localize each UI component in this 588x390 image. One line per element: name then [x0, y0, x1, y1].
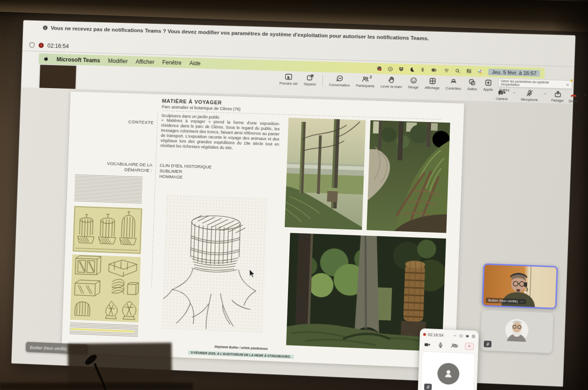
disc-icon[interactable]: [388, 66, 394, 72]
quit-chevron-icon[interactable]: [583, 93, 588, 97]
mini-leave-button[interactable]: [465, 342, 474, 350]
camera-button[interactable]: Caméra: [496, 89, 508, 100]
dropbox-icon[interactable]: [398, 66, 404, 72]
mic-off-icon: [526, 89, 533, 97]
camera-icon[interactable]: [424, 341, 430, 348]
controls-icon: [450, 78, 458, 86]
mini-window-header: 02:16:54: [423, 331, 475, 340]
menu-modifier[interactable]: Modifier: [108, 57, 128, 64]
grid-window-icon[interactable]: [472, 334, 476, 338]
microphone-button[interactable]: Microphone: [521, 89, 538, 102]
self-muted-badge: [424, 384, 432, 390]
separate-button[interactable]: Séparer: [304, 73, 317, 86]
share-label: Partager: [551, 99, 564, 102]
mic-icon[interactable]: [437, 342, 444, 348]
mouse-cursor: [249, 269, 255, 279]
mini-window-controls: 2: [423, 339, 475, 351]
take-control-button[interactable]: Prendre ctrl: [279, 73, 298, 86]
conversation-label: Conversation: [329, 83, 350, 87]
close-icon[interactable]: [565, 83, 570, 87]
wifi-icon[interactable]: [444, 68, 450, 73]
participant-muted-badge: [484, 340, 492, 347]
camera-chevron-icon[interactable]: [512, 91, 516, 95]
raise-hand-label: Lever la main: [380, 84, 402, 89]
footer-event: 5 FÉVRIER 2026, À L'AUDITORIUM DE LA HEA…: [188, 351, 294, 359]
raise-hand-button[interactable]: Lever la main: [380, 76, 402, 89]
record-dot-icon: [423, 333, 426, 335]
mini-call-window[interactable]: 02:16:54 2: [416, 328, 479, 390]
apps-button[interactable]: Applis: [483, 79, 493, 92]
take-control-icon: [285, 73, 293, 81]
quit-button[interactable]: Quitter: [569, 91, 579, 103]
do-not-disturb-icon[interactable]: [409, 67, 415, 72]
control-center-icon[interactable]: [466, 68, 472, 74]
menubar-app-name[interactable]: Microsoft Teams: [57, 56, 100, 64]
window-icon[interactable]: [459, 334, 464, 337]
pop-out-icon: [306, 73, 314, 81]
screen-recording-icon[interactable]: [376, 66, 383, 72]
browser-icon[interactable]: [477, 68, 483, 74]
camera-off-icon: [498, 89, 506, 96]
shield-icon: [29, 42, 35, 49]
mic-off-icon: [486, 342, 490, 346]
react-label: Réagir: [408, 85, 418, 89]
presenter-name: Buttier (Non vérifié): [30, 345, 68, 351]
participant-video-tile[interactable]: [480, 310, 553, 353]
vocab-item-3: HOMMAGE: [159, 173, 211, 181]
os-banner-text: Gérer les paramètres du système d'exploi…: [501, 79, 564, 88]
menubar-clock[interactable]: Jeu. 5 févr. à 16:57: [488, 68, 540, 77]
forest-photo-path-roots: [367, 120, 450, 233]
record-dot-icon: [39, 43, 44, 48]
conversation-button[interactable]: Conversation: [329, 74, 350, 88]
engraving-transport-cases: [70, 255, 141, 323]
leave-icon: [468, 344, 472, 348]
react-button[interactable]: Réagir: [408, 77, 419, 89]
bluetooth-icon[interactable]: [420, 67, 425, 73]
spotlight-search-icon[interactable]: [455, 68, 461, 74]
separate-label: Séparer: [304, 82, 317, 86]
vocabulary-label: VOCABULAIRE DE LA DÉMARCHE :: [68, 160, 153, 173]
document-body-text: « Matières à voyager » prend la forme d'…: [160, 118, 280, 152]
share-button[interactable]: Partager: [551, 90, 564, 102]
speaker-name: Buttier (Non vérifié): [488, 298, 518, 304]
av-controls: Caméra Microphone Partager Quitter: [496, 89, 587, 103]
people-icon: [362, 75, 369, 83]
table-edge-shadow: [0, 383, 193, 390]
menu-afficher[interactable]: Afficher: [136, 58, 154, 65]
projected-desktop: Vous ne recevez pas de notifications Tea…: [11, 20, 576, 386]
mini-timer: 02:16:54: [428, 332, 444, 338]
microphone-label: Microphone: [521, 98, 538, 101]
vocabulary-items: CLIN D'ŒIL HISTORIQUE SUBLIMER HOMMAGE: [159, 162, 212, 181]
document-footer: Stéphanie Buttier / artiste plasticienne…: [166, 343, 317, 361]
window-filled-icon[interactable]: [465, 334, 469, 338]
microphone-chevron-icon[interactable]: [543, 92, 547, 95]
speaker-video-tile[interactable]: Buttier (Non vérifié)⋯: [482, 263, 558, 309]
participants-button[interactable]: 2Participants: [356, 75, 375, 89]
rooms-button[interactable]: Salles: [467, 78, 477, 91]
apple-logo-icon[interactable]: [43, 56, 49, 62]
basket-stump-sketch: [161, 194, 268, 333]
recording-timer: 02:16:54: [47, 42, 69, 49]
shared-document-page: MATIÈRE À VOYAGER Parc animalier et bota…: [62, 91, 464, 369]
battery-icon[interactable]: [430, 67, 439, 73]
mic-off-icon: [426, 385, 430, 390]
dotted-vertical-rule: [151, 112, 158, 287]
view-label: Affichage: [424, 85, 440, 90]
highlight-mark: [71, 328, 135, 333]
menu-aide[interactable]: Aide: [189, 60, 201, 67]
document-title: MATIÈRE À VOYAGER: [162, 98, 222, 106]
rooms-label: Salles: [467, 87, 477, 91]
mini-participant-count: 2: [456, 344, 458, 348]
info-icon: [42, 25, 48, 30]
rooms-icon: [469, 78, 476, 86]
tile-more-icon[interactable]: ⋯: [520, 300, 524, 304]
person-icon: [442, 368, 454, 379]
hand-icon: [388, 76, 396, 84]
view-button[interactable]: Affichage: [424, 77, 440, 90]
controls-button[interactable]: Contrôles: [446, 78, 461, 90]
menu-fenetre[interactable]: Fenêtre: [162, 59, 181, 66]
hang-up-icon: [570, 91, 577, 99]
forest-photo-pond: [285, 117, 366, 230]
minimize-icon[interactable]: [453, 334, 457, 337]
chat-icon: [336, 74, 344, 82]
